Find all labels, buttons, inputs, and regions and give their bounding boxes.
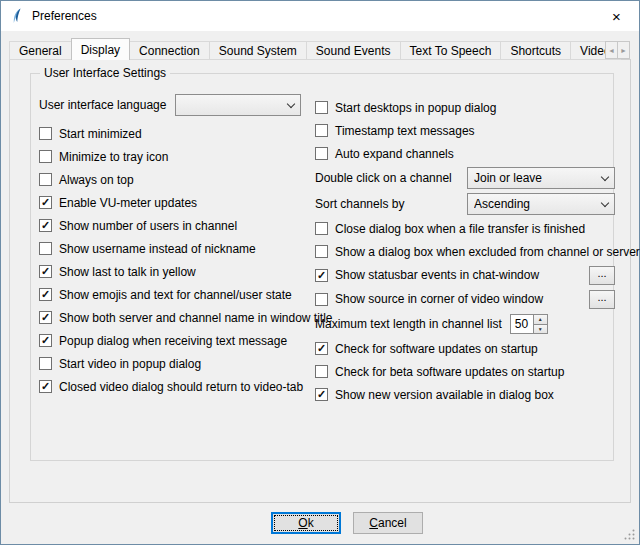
checkbox[interactable] xyxy=(315,245,328,258)
max-text-length-label: Maximum text length in channel list xyxy=(315,317,502,331)
chevron-down-icon xyxy=(282,95,300,115)
checkbox-minimize-to-tray[interactable]: Minimize to tray icon xyxy=(39,145,333,168)
checkbox[interactable]: ✓ xyxy=(315,388,328,401)
checkbox-label: Popup dialog when receiving text message xyxy=(59,334,287,348)
checkbox-label: Show statusbar events in chat-window xyxy=(335,268,539,282)
checkbox-label: Always on top xyxy=(59,173,134,187)
checkbox-new-version-dialog[interactable]: ✓ Show new version available in dialog b… xyxy=(315,383,615,406)
checkbox[interactable]: ✓ xyxy=(39,311,52,324)
checkbox[interactable] xyxy=(315,124,328,137)
video-source-options-button[interactable]: ... xyxy=(589,290,615,309)
double-click-row: Double click on a channel Join or leave xyxy=(315,165,615,191)
checkbox[interactable] xyxy=(315,101,328,114)
checkbox-start-minimized[interactable]: Start minimized xyxy=(39,122,333,145)
video-source-row: Show source in corner of video window ..… xyxy=(315,287,615,311)
cancel-label: C xyxy=(369,516,378,530)
checkbox-show-user-count[interactable]: ✓ Show number of users in channel xyxy=(39,214,333,237)
chevron-down-icon xyxy=(596,168,614,188)
checkbox-label: Show new version available in dialog box xyxy=(335,388,554,402)
checkbox-vu-meter-updates[interactable]: ✓ Enable VU-meter updates xyxy=(39,191,333,214)
statusbar-events-row: ✓ Show statusbar events in chat-window .… xyxy=(315,263,615,287)
checkbox-label: Closed video dialog should return to vid… xyxy=(59,380,303,394)
statusbar-events-options-button[interactable]: ... xyxy=(589,266,615,285)
spinner-up-icon[interactable]: ▲ xyxy=(534,315,547,324)
spinner-value: 50 xyxy=(511,315,533,333)
cancel-button[interactable]: Cancel xyxy=(353,512,423,534)
checkbox-label: Check for beta software updates on start… xyxy=(335,365,564,379)
double-click-label: Double click on a channel xyxy=(315,171,452,185)
ui-settings-group: User Interface Settings User interface l… xyxy=(30,73,614,461)
max-text-length-row: Maximum text length in channel list 50 ▲… xyxy=(315,311,615,337)
language-row: User interface language xyxy=(39,94,301,116)
titlebar[interactable]: Preferences × xyxy=(1,1,639,31)
checkbox-label: Start minimized xyxy=(59,127,142,141)
tab-connection[interactable]: Connection xyxy=(129,41,210,60)
checkbox[interactable] xyxy=(39,127,52,140)
group-title: User Interface Settings xyxy=(40,66,170,80)
checkbox[interactable] xyxy=(315,222,328,235)
checkbox[interactable]: ✓ xyxy=(39,265,52,278)
checkbox-close-file-transfer[interactable]: Close dialog box when a file transfer is… xyxy=(315,217,615,240)
max-text-length-spinner[interactable]: 50 ▲ ▼ xyxy=(510,314,548,334)
checkbox[interactable]: ✓ xyxy=(39,219,52,232)
checkbox-video-popup[interactable]: Start video in popup dialog xyxy=(39,352,333,375)
checkbox-beta-updates[interactable]: Check for beta software updates on start… xyxy=(315,360,615,383)
tab-bar: General Display Connection Sound System … xyxy=(9,38,620,60)
double-click-select[interactable]: Join or leave xyxy=(467,167,615,189)
tab-sound-events[interactable]: Sound Events xyxy=(306,41,401,60)
checkbox-label: Check for software updates on startup xyxy=(335,342,538,356)
close-button[interactable]: × xyxy=(594,1,639,31)
sort-channels-select[interactable]: Ascending xyxy=(467,193,615,215)
checkbox-always-on-top[interactable]: Always on top xyxy=(39,168,333,191)
checkbox-label: Enable VU-meter updates xyxy=(59,196,197,210)
checkbox[interactable]: ✓ xyxy=(39,288,52,301)
checkbox-label: Show emojis and text for channel/user st… xyxy=(59,288,292,302)
tab-scroll-right-button[interactable]: ► xyxy=(617,41,630,59)
ok-label: O xyxy=(298,516,307,530)
checkbox-auto-expand[interactable]: Auto expand channels xyxy=(315,142,615,165)
checkbox[interactable]: ✓ xyxy=(315,269,328,282)
ok-label-rest: k xyxy=(308,516,314,530)
tab-display[interactable]: Display xyxy=(71,38,130,60)
checkbox[interactable] xyxy=(315,293,328,306)
sort-channels-row: Sort channels by Ascending xyxy=(315,191,615,217)
checkbox-show-emojis[interactable]: ✓ Show emojis and text for channel/user … xyxy=(39,283,333,306)
spinner-buttons: ▲ ▼ xyxy=(533,315,547,333)
tab-sound-system[interactable]: Sound System xyxy=(209,41,307,60)
sort-channels-value: Ascending xyxy=(474,197,530,211)
checkbox-desktops-popup[interactable]: Start desktops in popup dialog xyxy=(315,96,615,119)
window-title: Preferences xyxy=(32,9,97,23)
language-label: User interface language xyxy=(39,98,166,112)
tab-scroll: ◄ ► xyxy=(606,41,630,59)
checkbox-popup-text-message[interactable]: ✓ Popup dialog when receiving text messa… xyxy=(39,329,333,352)
tab-shortcuts[interactable]: Shortcuts xyxy=(500,41,571,60)
checkbox-dialog-excluded[interactable]: Show a dialog box when excluded from cha… xyxy=(315,240,615,263)
checkbox[interactable] xyxy=(39,242,52,255)
checkbox[interactable] xyxy=(39,150,52,163)
ok-button[interactable]: Ok xyxy=(271,512,341,534)
checkbox-label: Timestamp text messages xyxy=(335,124,475,138)
preferences-dialog: Preferences × General Display Connection… xyxy=(0,0,640,545)
language-select[interactable] xyxy=(175,94,301,116)
spinner-down-icon[interactable]: ▼ xyxy=(534,324,547,334)
checkbox[interactable] xyxy=(315,365,328,378)
tab-text-to-speech[interactable]: Text To Speech xyxy=(400,41,502,60)
checkbox-label: Show a dialog box when excluded from cha… xyxy=(335,245,640,259)
checkbox[interactable] xyxy=(315,147,328,160)
checkbox[interactable]: ✓ xyxy=(39,334,52,347)
checkbox[interactable] xyxy=(39,173,52,186)
checkbox[interactable]: ✓ xyxy=(315,342,328,355)
checkbox[interactable] xyxy=(39,357,52,370)
checkbox[interactable]: ✓ xyxy=(39,380,52,393)
checkbox-show-username[interactable]: Show username instead of nickname xyxy=(39,237,333,260)
resize-grip[interactable] xyxy=(623,528,636,541)
app-icon xyxy=(9,8,25,24)
checkbox[interactable]: ✓ xyxy=(39,196,52,209)
checkbox-timestamp-messages[interactable]: Timestamp text messages xyxy=(315,119,615,142)
checkbox-closed-video-return[interactable]: ✓ Closed video dialog should return to v… xyxy=(39,375,333,398)
checkbox-last-talk-yellow[interactable]: ✓ Show last to talk in yellow xyxy=(39,260,333,283)
right-settings-column: Start desktops in popup dialog Timestamp… xyxy=(315,96,615,406)
checkbox-server-channel-title[interactable]: ✓ Show both server and channel name in w… xyxy=(39,306,333,329)
tab-general[interactable]: General xyxy=(9,41,72,60)
checkbox-software-updates[interactable]: ✓ Check for software updates on startup xyxy=(315,337,615,360)
